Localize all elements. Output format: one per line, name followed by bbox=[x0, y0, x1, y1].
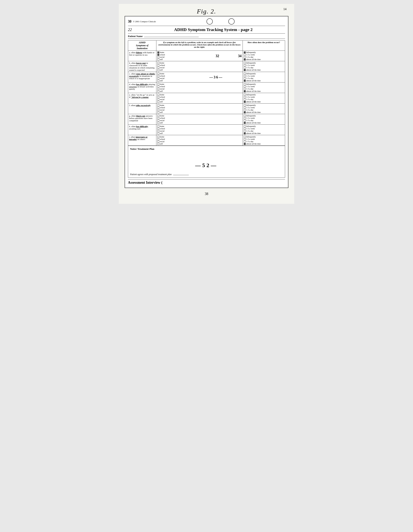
freq-e-4[interactable] bbox=[244, 101, 246, 103]
freq-group-a: Infrequently 1-3 a week 1-3 a day almost… bbox=[244, 51, 284, 60]
freq-c-2[interactable] bbox=[244, 75, 246, 77]
cb-self-f[interactable] bbox=[157, 111, 159, 113]
table-row: h. often has difficulty awaiting turn ho… bbox=[128, 125, 285, 135]
cb-home-e[interactable] bbox=[157, 94, 159, 96]
freq-col-e: Infrequently1-3 a week1-3 a dayalmost al… bbox=[243, 93, 285, 104]
freq-f-2[interactable] bbox=[244, 107, 246, 109]
cb-social-e[interactable] bbox=[157, 98, 159, 100]
freq-d-2[interactable] bbox=[244, 86, 246, 87]
checkbox-school-a[interactable]: school bbox=[157, 54, 242, 56]
circle-left bbox=[206, 18, 213, 25]
freq-b-3[interactable] bbox=[244, 67, 246, 69]
cb-self-e[interactable] bbox=[157, 101, 159, 103]
cb-home-i[interactable] bbox=[157, 136, 159, 138]
freq-g-1[interactable] bbox=[244, 115, 246, 117]
cb-home-g[interactable] bbox=[157, 115, 159, 117]
freq-h-3[interactable] bbox=[244, 130, 246, 132]
freq-d-3[interactable] bbox=[244, 88, 246, 90]
freq-g-2[interactable] bbox=[244, 117, 246, 119]
cb-self-c[interactable] bbox=[157, 80, 159, 82]
fig-title: Fig. 2. bbox=[125, 8, 288, 15]
freq-f-3[interactable] bbox=[244, 109, 246, 111]
freq-g-3[interactable] bbox=[244, 120, 246, 122]
freq-h-4[interactable] bbox=[244, 133, 246, 134]
freq-b-4[interactable] bbox=[244, 69, 246, 71]
freq-d-1[interactable] bbox=[244, 83, 246, 85]
checkbox-group-c: home school social self bbox=[157, 73, 242, 82]
table-row: g. often blurts out answers before quest… bbox=[128, 114, 285, 125]
freq-e-1[interactable] bbox=[244, 94, 246, 96]
freq-c-1[interactable] bbox=[244, 73, 246, 75]
checkbox-col-a: home school social bbox=[156, 51, 243, 61]
cb-school-b[interactable] bbox=[157, 64, 159, 66]
freq-h-1[interactable] bbox=[244, 125, 246, 127]
freq-i-2[interactable] bbox=[244, 138, 246, 140]
table-row: c. often runs about or climbs excessivel… bbox=[128, 72, 285, 83]
freq-col-a: Infrequently 1-3 a week 1-3 a day almost… bbox=[243, 51, 285, 61]
freq-infrequently-a[interactable] bbox=[244, 51, 246, 53]
freq-f-1[interactable] bbox=[244, 104, 246, 106]
cb-school-h[interactable] bbox=[157, 128, 159, 130]
checkbox-self-a-box[interactable] bbox=[157, 58, 159, 60]
table-row: a. often fidgets with hands or feet or s… bbox=[128, 51, 285, 61]
cb-home-h[interactable] bbox=[157, 125, 159, 127]
page-wrapper: Fig. 2. 14 30 © 2001 Compact Clinicals 2… bbox=[119, 4, 294, 204]
cb-home-f[interactable] bbox=[157, 104, 159, 106]
freq-i-1[interactable] bbox=[244, 136, 246, 138]
page-number-22: 22 bbox=[128, 28, 138, 32]
freq-f-4[interactable] bbox=[244, 111, 246, 113]
freq-h-2[interactable] bbox=[244, 128, 246, 130]
cb-school-d[interactable] bbox=[157, 86, 159, 87]
ref-36: —36— bbox=[209, 75, 223, 79]
freq-c-3[interactable] bbox=[244, 77, 246, 79]
cb-school-f[interactable] bbox=[157, 107, 159, 109]
freq-i-4[interactable] bbox=[244, 143, 246, 145]
cb-school-i[interactable] bbox=[157, 138, 159, 140]
cb-self-b[interactable] bbox=[157, 69, 159, 71]
checkbox-social-a-box[interactable] bbox=[157, 56, 159, 58]
checkbox-home-a[interactable]: home bbox=[157, 51, 242, 53]
notes-section: Notes/ Treatment Plan —52— Patient agree… bbox=[128, 146, 285, 178]
main-document: 30 © 2001 Compact Clinicals 22 ADHD Symp… bbox=[125, 16, 288, 188]
freq-c-4[interactable] bbox=[244, 80, 246, 82]
checkbox-home-a-box[interactable] bbox=[157, 51, 159, 53]
freq-e-3[interactable] bbox=[244, 98, 246, 100]
patient-name-line bbox=[144, 37, 199, 37]
cb-self-h[interactable] bbox=[157, 133, 159, 134]
freq-b-2[interactable] bbox=[244, 64, 246, 66]
patient-name-label: Patient Name bbox=[128, 35, 142, 38]
header-adhd: ADHDSymptoms ofInattention bbox=[128, 41, 156, 51]
freq-i-3[interactable] bbox=[244, 141, 246, 142]
cb-self-d[interactable] bbox=[157, 90, 159, 92]
freq-e-2[interactable] bbox=[244, 96, 246, 98]
freq-b-1[interactable] bbox=[244, 62, 246, 64]
circles-row bbox=[156, 18, 285, 25]
cb-home-d[interactable] bbox=[157, 83, 159, 85]
freq-d-4[interactable] bbox=[244, 90, 246, 92]
cb-school-e[interactable] bbox=[157, 96, 159, 98]
cb-social-d[interactable] bbox=[157, 88, 159, 90]
symptom-e: e. often "on the go" or acts as if "driv… bbox=[128, 93, 156, 104]
cb-self-g[interactable] bbox=[157, 122, 159, 124]
freq-1-3-day-a[interactable] bbox=[244, 56, 246, 58]
header-frequency: How often does the problem occur? bbox=[243, 41, 285, 51]
freq-almost-a[interactable] bbox=[244, 58, 246, 60]
cb-school-c[interactable] bbox=[157, 75, 159, 77]
bottom-ref-number: 38 bbox=[125, 192, 288, 196]
cb-social-i[interactable] bbox=[157, 141, 159, 142]
cb-home-b[interactable] bbox=[157, 62, 159, 64]
cb-home-c[interactable] bbox=[157, 73, 159, 75]
cb-social-b[interactable] bbox=[157, 67, 159, 69]
cb-self-i[interactable] bbox=[157, 143, 159, 145]
cb-social-h[interactable] bbox=[157, 130, 159, 132]
cb-school-g[interactable] bbox=[157, 117, 159, 119]
cb-social-g[interactable] bbox=[157, 120, 159, 122]
cb-social-f[interactable] bbox=[157, 109, 159, 111]
freq-g-4[interactable] bbox=[244, 122, 246, 124]
page-number-30: 30 bbox=[128, 19, 131, 24]
freq-1-3-week-a[interactable] bbox=[244, 54, 246, 56]
checkbox-social-a[interactable]: social bbox=[157, 56, 242, 58]
checkbox-school-a-box[interactable] bbox=[157, 54, 159, 56]
cb-social-c[interactable] bbox=[157, 77, 159, 79]
checkbox-self-a[interactable]: self bbox=[157, 58, 242, 60]
